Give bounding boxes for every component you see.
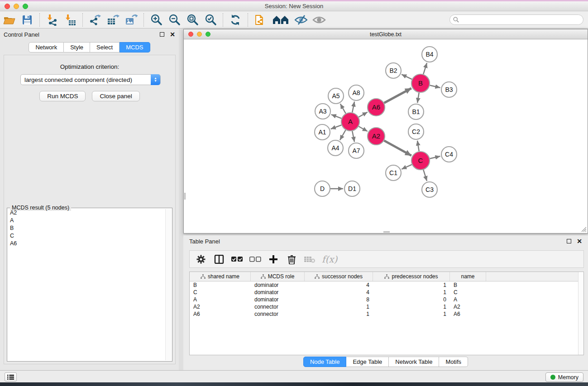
cell-name[interactable]: B <box>450 281 486 289</box>
resize-grip-icon[interactable] <box>581 226 587 232</box>
column-header-name[interactable]: name <box>450 272 486 281</box>
column-layout-icon[interactable] <box>213 253 225 265</box>
cell-name[interactable]: A6 <box>450 310 486 318</box>
result-item[interactable]: A6 <box>8 240 165 248</box>
settings-gear-icon[interactable] <box>195 253 207 265</box>
network-window-titlebar[interactable]: testGlobe.txt <box>184 29 588 39</box>
tab-style[interactable]: Style <box>64 42 90 52</box>
tab-mcds[interactable]: MCDS <box>120 42 150 52</box>
edge-B-B3[interactable] <box>430 86 440 88</box>
cell-shared_name[interactable]: A6 <box>190 310 251 318</box>
table-row[interactable]: Cdominator41C <box>190 289 583 296</box>
export-network-icon[interactable] <box>88 13 102 27</box>
tab-select[interactable]: Select <box>90 42 120 52</box>
first-neighbors-icon[interactable] <box>272 13 290 27</box>
cell-mcds_role[interactable]: dominator <box>251 281 305 289</box>
show-all-icon[interactable] <box>312 13 326 27</box>
tab-node-table[interactable]: Node Table <box>303 357 347 367</box>
tab-network-table[interactable]: Network Table <box>389 357 439 367</box>
search-input[interactable] <box>449 14 583 25</box>
column-header-successor-nodes[interactable]: successor nodes <box>305 272 373 281</box>
task-history-button[interactable] <box>5 372 17 381</box>
import-table-icon[interactable] <box>63 13 77 27</box>
cell-shared_name[interactable]: C <box>190 289 251 296</box>
edge-A-A5[interactable] <box>340 104 346 113</box>
zoom-selected-icon[interactable] <box>204 13 217 27</box>
edge-A-A8[interactable] <box>352 102 354 113</box>
vertical-scroll-mark[interactable] <box>184 193 186 200</box>
cell-successor_nodes[interactable]: 1 <box>305 303 373 310</box>
unselect-all-columns-icon[interactable] <box>249 253 261 265</box>
table-scrollbar[interactable] <box>578 272 583 355</box>
edge-A-A2[interactable] <box>359 126 368 131</box>
edge-C-C4[interactable] <box>430 156 440 158</box>
table-row[interactable]: A6connector11A6 <box>190 310 583 318</box>
cell-mcds_role[interactable]: connector <box>251 303 305 310</box>
cell-name[interactable]: A <box>450 296 486 303</box>
zoom-out-icon[interactable] <box>167 13 181 27</box>
column-header-MCDS-role[interactable]: MCDS role <box>251 272 305 281</box>
result-scrollbar[interactable] <box>165 209 171 360</box>
edge-A-A4[interactable] <box>340 130 346 140</box>
edge-A-A7[interactable] <box>352 131 354 142</box>
select-all-columns-icon[interactable] <box>231 253 243 265</box>
close-panel-button[interactable]: Close panel <box>92 91 139 101</box>
edge-A-A6[interactable] <box>359 112 368 117</box>
edge-C-C3[interactable] <box>423 170 427 181</box>
table-row[interactable]: A2connector11A2 <box>190 303 583 310</box>
cell-shared_name[interactable]: A <box>190 296 251 303</box>
edge-A2-C[interactable] <box>384 141 411 156</box>
cell-predecessor_nodes[interactable]: 1 <box>373 303 450 310</box>
table-float-panel-icon[interactable] <box>567 239 571 243</box>
save-session-icon[interactable] <box>20 13 34 27</box>
edge-A6-B[interactable] <box>384 88 411 103</box>
edge-B-B4[interactable] <box>423 63 427 74</box>
edge-B-B2[interactable] <box>402 74 412 79</box>
cell-successor_nodes[interactable]: 4 <box>305 289 373 296</box>
add-column-icon[interactable] <box>268 253 279 265</box>
edge-C-C1[interactable] <box>402 165 412 169</box>
horizontal-scroll-mark[interactable] <box>383 231 390 233</box>
table-close-panel-icon[interactable]: ✕ <box>577 238 582 244</box>
cell-predecessor_nodes[interactable]: 1 <box>373 281 450 289</box>
hide-selected-icon[interactable] <box>294 13 308 27</box>
cell-mcds_role[interactable]: dominator <box>251 296 305 303</box>
cell-shared_name[interactable]: B <box>190 281 251 289</box>
zoom-fit-icon[interactable] <box>186 13 199 27</box>
close-panel-icon[interactable]: ✕ <box>170 31 175 38</box>
delete-column-icon[interactable] <box>286 253 297 265</box>
network-canvas[interactable]: B4B2BB3A5A8A6B1A3AA1C2A2A4A7C4CC1C3DD1 <box>184 40 587 233</box>
export-table-icon[interactable] <box>106 13 120 27</box>
cell-successor_nodes[interactable]: 1 <box>305 310 373 318</box>
cell-predecessor_nodes[interactable]: 1 <box>373 289 450 296</box>
open-file-icon[interactable] <box>2 13 16 27</box>
network-graph[interactable]: B4B2BB3A5A8A6B1A3AA1C2A2A4A7C4CC1C3DD1 <box>184 40 588 233</box>
cell-mcds_role[interactable]: dominator <box>251 289 305 296</box>
run-mcds-button[interactable]: Run MCDS <box>39 91 86 101</box>
cell-successor_nodes[interactable]: 4 <box>305 281 373 289</box>
result-item[interactable]: C <box>8 232 165 240</box>
cell-name[interactable]: A2 <box>450 303 486 310</box>
cell-predecessor_nodes[interactable]: 0 <box>373 296 450 303</box>
tab-network[interactable]: Network <box>29 42 64 52</box>
cell-predecessor_nodes[interactable]: 1 <box>373 310 450 318</box>
result-item[interactable]: A2 <box>8 209 165 217</box>
edge-A-A3[interactable] <box>331 114 342 119</box>
edge-A-A1[interactable] <box>331 125 342 129</box>
import-network-icon[interactable] <box>45 13 59 27</box>
column-header-shared-name[interactable]: shared name <box>190 272 251 281</box>
zoom-in-icon[interactable] <box>149 13 163 27</box>
cell-mcds_role[interactable]: connector <box>251 310 305 318</box>
export-image-icon[interactable] <box>124 13 138 27</box>
column-header-predecessor-nodes[interactable]: predecessor nodes <box>373 272 450 281</box>
memory-button[interactable]: Memory <box>545 372 583 382</box>
optimization-criterion-select[interactable]: largest connected component (directed) ▲… <box>20 74 161 85</box>
cell-name[interactable]: C <box>450 289 486 296</box>
result-item[interactable]: B <box>8 224 165 232</box>
edge-B-B1[interactable] <box>417 93 419 103</box>
tab-motifs[interactable]: Motifs <box>439 357 468 367</box>
table-row[interactable]: Bdominator41B <box>190 281 583 289</box>
result-item[interactable]: A <box>8 217 165 224</box>
apply-layout-icon[interactable] <box>229 13 242 27</box>
delete-table-icon[interactable] <box>304 253 316 265</box>
